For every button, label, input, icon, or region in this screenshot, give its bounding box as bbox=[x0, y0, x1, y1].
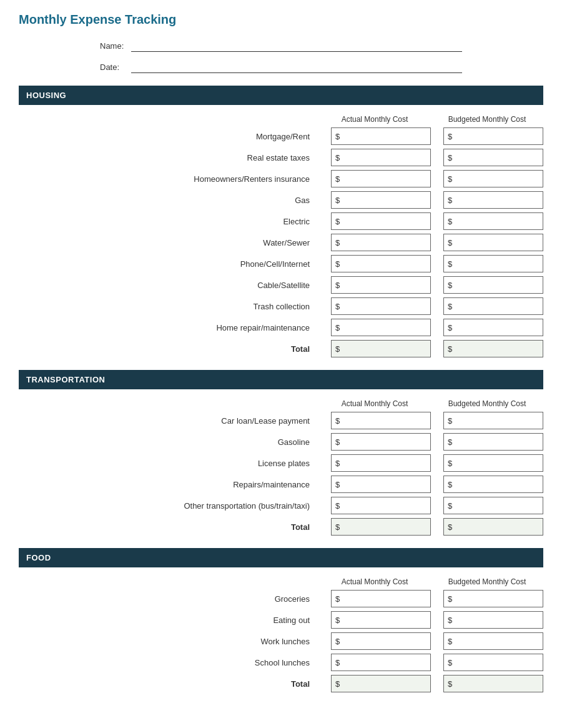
expense-row: Eating out$$ bbox=[19, 611, 543, 629]
budgeted-cost-input[interactable] bbox=[456, 455, 543, 471]
budgeted-cost-input[interactable] bbox=[456, 128, 543, 144]
actual-cost-input[interactable] bbox=[343, 412, 430, 429]
budgeted-cost-input[interactable] bbox=[456, 298, 543, 314]
actual-input-group: $ bbox=[331, 590, 431, 607]
dollar-sign: $ bbox=[332, 196, 343, 205]
actual-input-group: $ bbox=[331, 476, 431, 493]
expense-row: Water/Sewer$$ bbox=[19, 234, 543, 251]
budgeted-cost-input[interactable] bbox=[456, 434, 543, 450]
actual-input-group: $ bbox=[331, 191, 431, 209]
expense-label: Cable/Satellite bbox=[156, 281, 318, 290]
actual-input-group: $ bbox=[331, 234, 431, 251]
actual-cost-input[interactable] bbox=[343, 633, 430, 649]
dollar-sign: $ bbox=[444, 217, 456, 226]
dollar-sign: $ bbox=[444, 679, 456, 689]
actual-input-group: $ bbox=[331, 433, 431, 451]
actual-cost-input[interactable] bbox=[343, 213, 430, 229]
budgeted-cost-input[interactable] bbox=[456, 171, 543, 187]
actual-input-group: $ bbox=[331, 412, 431, 429]
actual-cost-input[interactable] bbox=[343, 128, 430, 144]
total-actual-input-group: $ bbox=[331, 340, 431, 357]
budgeted-cost-input[interactable] bbox=[456, 277, 543, 293]
dollar-sign: $ bbox=[444, 522, 456, 532]
total-budgeted-input[interactable] bbox=[456, 676, 543, 692]
actual-cost-input[interactable] bbox=[343, 171, 430, 187]
budgeted-cost-input[interactable] bbox=[456, 234, 543, 251]
budgeted-cost-input[interactable] bbox=[456, 497, 543, 514]
total-actual-input-group: $ bbox=[331, 675, 431, 692]
budgeted-cost-input[interactable] bbox=[456, 149, 543, 166]
actual-cost-input[interactable] bbox=[343, 234, 430, 251]
budgeted-cost-input[interactable] bbox=[456, 476, 543, 492]
total-budgeted-input-group: $ bbox=[443, 518, 543, 536]
expense-label: Home repair/maintenance bbox=[156, 323, 318, 332]
actual-cost-input[interactable] bbox=[343, 298, 430, 314]
actual-cost-input[interactable] bbox=[343, 476, 430, 492]
dollar-sign: $ bbox=[332, 616, 343, 625]
dollar-sign: $ bbox=[444, 153, 456, 162]
actual-cost-input[interactable] bbox=[343, 434, 430, 450]
dollar-sign: $ bbox=[332, 259, 343, 269]
expense-label: Mortgage/Rent bbox=[156, 132, 318, 141]
expense-row: Home repair/maintenance$$ bbox=[19, 319, 543, 336]
total-actual-input[interactable] bbox=[343, 341, 430, 357]
col-header-actual-food: Actual Monthly Cost bbox=[325, 577, 425, 586]
dollar-sign: $ bbox=[444, 637, 456, 646]
actual-cost-input[interactable] bbox=[343, 591, 430, 607]
budgeted-cost-input[interactable] bbox=[456, 412, 543, 429]
actual-cost-input[interactable] bbox=[343, 497, 430, 514]
actual-cost-input[interactable] bbox=[343, 277, 430, 293]
section-housing: HOUSINGActual Monthly CostBudgeted Month… bbox=[19, 86, 543, 357]
expense-row: Gas$$ bbox=[19, 191, 543, 209]
dollar-sign: $ bbox=[444, 594, 456, 604]
date-input[interactable] bbox=[131, 61, 462, 73]
budgeted-input-group: $ bbox=[443, 654, 543, 671]
actual-input-group: $ bbox=[331, 276, 431, 294]
total-actual-input[interactable] bbox=[343, 676, 430, 692]
actual-cost-input[interactable] bbox=[343, 256, 430, 272]
budgeted-input-group: $ bbox=[443, 297, 543, 315]
col-headers-food: Actual Monthly CostBudgeted Monthly Cost bbox=[19, 577, 543, 586]
budgeted-cost-input[interactable] bbox=[456, 256, 543, 272]
expense-label: Car loan/Lease payment bbox=[156, 416, 318, 426]
budgeted-cost-input[interactable] bbox=[456, 213, 543, 229]
budgeted-cost-input[interactable] bbox=[456, 612, 543, 628]
actual-cost-input[interactable] bbox=[343, 149, 430, 166]
budgeted-cost-input[interactable] bbox=[456, 633, 543, 649]
name-row: Name: bbox=[100, 39, 462, 52]
dollar-sign: $ bbox=[444, 132, 456, 141]
expense-label: Water/Sewer bbox=[156, 238, 318, 247]
actual-cost-input[interactable] bbox=[343, 612, 430, 628]
actual-cost-input[interactable] bbox=[343, 319, 430, 336]
actual-input-group: $ bbox=[331, 611, 431, 629]
dollar-sign: $ bbox=[332, 238, 343, 247]
total-label: Total bbox=[156, 679, 318, 689]
budgeted-input-group: $ bbox=[443, 319, 543, 336]
budgeted-cost-input[interactable] bbox=[456, 654, 543, 671]
total-label: Total bbox=[156, 522, 318, 532]
actual-input-group: $ bbox=[331, 654, 431, 671]
dollar-sign: $ bbox=[332, 174, 343, 184]
actual-input-group: $ bbox=[331, 319, 431, 336]
total-label: Total bbox=[156, 344, 318, 354]
budgeted-input-group: $ bbox=[443, 454, 543, 472]
budgeted-cost-input[interactable] bbox=[456, 319, 543, 336]
budgeted-input-group: $ bbox=[443, 127, 543, 145]
budgeted-cost-input[interactable] bbox=[456, 192, 543, 208]
expense-label: Repairs/maintenance bbox=[156, 480, 318, 489]
section-transportation: TRANSPORTATIONActual Monthly CostBudgete… bbox=[19, 370, 543, 536]
actual-cost-input[interactable] bbox=[343, 455, 430, 471]
actual-cost-input[interactable] bbox=[343, 192, 430, 208]
total-actual-input[interactable] bbox=[343, 519, 430, 535]
total-budgeted-input[interactable] bbox=[456, 341, 543, 357]
expense-row: Electric$$ bbox=[19, 212, 543, 230]
expense-row: Other transportation (bus/train/taxi)$$ bbox=[19, 497, 543, 514]
budgeted-input-group: $ bbox=[443, 170, 543, 187]
budgeted-input-group: $ bbox=[443, 632, 543, 650]
budgeted-cost-input[interactable] bbox=[456, 591, 543, 607]
name-input[interactable] bbox=[131, 39, 462, 52]
header-fields: Name: Date: bbox=[19, 39, 543, 73]
actual-input-group: $ bbox=[331, 127, 431, 145]
total-budgeted-input[interactable] bbox=[456, 519, 543, 535]
actual-cost-input[interactable] bbox=[343, 654, 430, 671]
